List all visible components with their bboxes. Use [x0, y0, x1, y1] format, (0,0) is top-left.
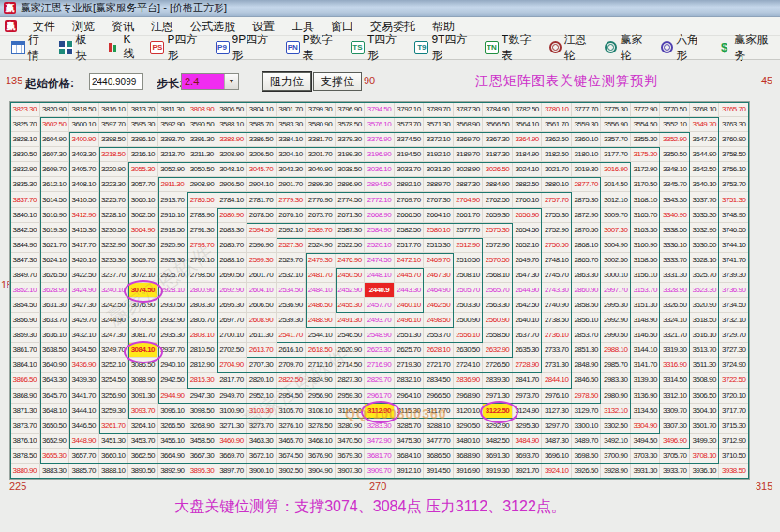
step-select[interactable]: 2.4 ▼	[181, 73, 239, 90]
start-price-input[interactable]	[89, 73, 143, 90]
matrix-cell: 2892.10	[395, 177, 425, 192]
matrix-cell: 3825.70	[10, 117, 40, 132]
matrix-cell: 2479.30	[306, 253, 336, 268]
toolbar-button-P数字表[interactable]: PNP数字表	[280, 30, 345, 66]
matrix-cell: 2690.50	[218, 268, 248, 283]
matrix-cell: 3576.10	[365, 117, 395, 132]
matrix-cell: 3844.90	[10, 238, 40, 253]
matrix-cell: 3352.90	[660, 132, 690, 147]
matrix-cell: 2918.50	[158, 223, 188, 238]
matrix-cell: 3873.70	[10, 419, 40, 434]
toolbar-button-六角形[interactable]: 六角形	[655, 30, 712, 66]
title-bar: 赢 赢家江恩专业版[赢家服务平台] - [价格正方形]	[0, 0, 780, 17]
matrix-cell: 3160.90	[631, 238, 661, 253]
matrix-cell: 3093.70	[128, 404, 158, 419]
matrix-cell: 3124.90	[513, 404, 543, 419]
matrix-cell: 2534.50	[277, 283, 307, 298]
matrix-cell: 2997.70	[601, 283, 631, 298]
matrix-cell: 3590.50	[188, 117, 218, 132]
matrix-cell: 3422.50	[69, 268, 99, 283]
matrix-cell: 3765.70	[719, 102, 749, 117]
resistance-button[interactable]: 阻力位	[262, 72, 311, 91]
matrix-cell: 3919.30	[483, 464, 513, 479]
matrix-cell: 3744.10	[719, 238, 749, 253]
toolbar-button-赢家服务[interactable]: $赢家服务	[712, 30, 780, 66]
matrix-cell: 2776.90	[306, 192, 336, 207]
matrix-cell: 3564.10	[513, 117, 543, 132]
key-level-cell: 3084.10	[128, 343, 158, 358]
matrix-cell: 2964.10	[395, 389, 425, 404]
matrix-cell: 3609.70	[40, 162, 70, 177]
matrix-cell: 2505.70	[454, 283, 484, 298]
matrix-cell: 3852.10	[10, 283, 40, 298]
matrix-cell: 3297.70	[542, 419, 572, 434]
matrix-cell: 2810.50	[188, 343, 218, 358]
matrix-cell: 3508.90	[690, 373, 720, 388]
matrix-cell: 2932.90	[158, 313, 188, 328]
matrix-cell: 3830.50	[10, 147, 40, 162]
matrix-cell: 2820.10	[247, 373, 277, 388]
matrix-cell: 3268.90	[188, 419, 218, 434]
matrix-cell: 2568.10	[483, 268, 513, 283]
matrix-cell: 2692.90	[218, 283, 248, 298]
matrix-cell: 3295.30	[513, 419, 543, 434]
matrix-cell: 3014.50	[601, 177, 631, 192]
matrix-cell: 2848.90	[572, 358, 602, 373]
matrix-cell: 3556.90	[601, 117, 631, 132]
matrix-cell: 3319.30	[660, 343, 690, 358]
toolbar-button-T四方形[interactable]: TST四方形	[345, 30, 410, 66]
matrix-cell: 3600.10	[69, 117, 99, 132]
matrix-cell: 2791.30	[188, 223, 218, 238]
matrix-cell: 2443.30	[395, 283, 425, 298]
matrix-cell: 3482.50	[483, 434, 513, 449]
matrix-cell: 2702.50	[218, 343, 248, 358]
matrix-cell: 3232.90	[99, 238, 129, 253]
chevron-down-icon[interactable]: ▼	[224, 74, 238, 89]
matrix-cell: 3520.90	[690, 298, 720, 313]
matrix-cell: 2738.50	[542, 313, 572, 328]
matrix-cell: 2510.50	[454, 253, 484, 268]
toolbar-button-label: P数字表	[303, 32, 339, 64]
matrix-cell: 3840.10	[10, 208, 40, 223]
matrix-cell: 3120.10	[454, 404, 484, 419]
matrix-cell: 3736.90	[719, 283, 749, 298]
matrix-cell: 3429.70	[69, 313, 99, 328]
matrix-cell: 3261.70	[99, 419, 129, 434]
toolbar-button-T数字表[interactable]: TNT数字表	[479, 30, 544, 66]
matrix-cell: 3504.10	[690, 404, 720, 419]
matrix-cell: 3657.70	[69, 449, 99, 464]
toolbar-button-板块[interactable]: 板块	[53, 30, 101, 66]
toolbar-button-9T四方形[interactable]: T99T四方形	[409, 30, 479, 66]
toolbar-button-P四方形[interactable]: PSP四方形	[144, 30, 209, 66]
toolbar-button-label: 赢家服务	[734, 32, 774, 64]
matrix-cell: 3405.70	[69, 162, 99, 177]
matrix-cell: 3189.70	[454, 147, 484, 162]
matrix-cell: 2450.50	[336, 268, 366, 283]
matrix-cell: 2664.10	[424, 208, 454, 223]
matrix-cell: 2572.90	[483, 238, 513, 253]
matrix-cell: 3007.30	[601, 223, 631, 238]
matrix-cell: 2839.30	[483, 373, 513, 388]
matrix-cell: 2736.10	[542, 328, 572, 343]
matrix-cell: 3837.70	[10, 192, 40, 207]
matrix-cell: 3477.70	[424, 434, 454, 449]
matrix-cell: 3040.90	[306, 162, 336, 177]
matrix-cell: 3823.30	[10, 102, 40, 117]
toolbar-button-行情[interactable]: 行情	[6, 30, 53, 66]
angle-label-90: 90	[364, 75, 375, 86]
matrix-cell: 3696.10	[542, 449, 572, 464]
matrix-cell: 3062.50	[128, 208, 158, 223]
matrix-cell: 2584.90	[365, 223, 395, 238]
matrix-cell: 3784.90	[483, 102, 513, 117]
toolbar-button-江恩轮[interactable]: 江恩轮	[544, 30, 600, 66]
matrix-cell: 2726.50	[483, 358, 513, 373]
support-button[interactable]: 支撑位	[313, 72, 362, 91]
matrix-cell: 2649.70	[513, 253, 543, 268]
toolbar-button-9P四方形[interactable]: P99P四方形	[210, 30, 280, 66]
matrix-cell: 2724.10	[454, 358, 484, 373]
toolbar-button-K线[interactable]: K线	[100, 31, 144, 64]
toolbar-button-赢家轮[interactable]: 赢家轮	[599, 30, 655, 66]
matrix-cell: 2700.10	[218, 328, 248, 343]
matrix-cell: 3338.50	[660, 223, 690, 238]
matrix-cell: 3340.90	[660, 208, 690, 223]
